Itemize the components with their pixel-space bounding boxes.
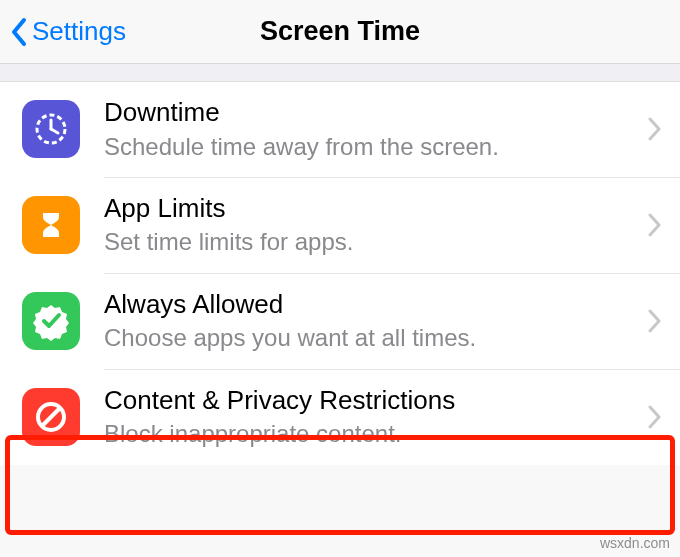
row-subtitle: Set time limits for apps. xyxy=(104,226,640,258)
row-text: App Limits Set time limits for apps. xyxy=(104,192,640,259)
no-sign-icon xyxy=(22,388,80,446)
row-always-allowed[interactable]: Always Allowed Choose apps you want at a… xyxy=(0,274,680,369)
chevron-right-icon xyxy=(648,213,662,237)
navigation-bar: Settings Screen Time xyxy=(0,0,680,64)
checkmark-seal-icon xyxy=(22,292,80,350)
downtime-icon xyxy=(22,100,80,158)
row-title: App Limits xyxy=(104,192,640,225)
row-downtime[interactable]: Downtime Schedule time away from the scr… xyxy=(0,82,680,177)
svg-line-2 xyxy=(51,129,58,133)
row-subtitle: Choose apps you want at all times. xyxy=(104,322,640,354)
row-title: Content & Privacy Restrictions xyxy=(104,384,640,417)
row-text: Always Allowed Choose apps you want at a… xyxy=(104,288,640,355)
row-title: Always Allowed xyxy=(104,288,640,321)
row-content-privacy[interactable]: Content & Privacy Restrictions Block ina… xyxy=(0,370,680,465)
settings-list: Downtime Schedule time away from the scr… xyxy=(0,82,680,465)
chevron-left-icon xyxy=(10,17,28,47)
back-button[interactable]: Settings xyxy=(0,16,126,47)
chevron-right-icon xyxy=(648,117,662,141)
row-text: Downtime Schedule time away from the scr… xyxy=(104,96,640,163)
watermark: wsxdn.com xyxy=(600,535,670,551)
row-text: Content & Privacy Restrictions Block ina… xyxy=(104,384,640,451)
row-subtitle: Block inappropriate content. xyxy=(104,418,640,450)
section-spacer xyxy=(0,64,680,82)
row-subtitle: Schedule time away from the screen. xyxy=(104,131,640,163)
back-label: Settings xyxy=(32,16,126,47)
hourglass-icon xyxy=(22,196,80,254)
chevron-right-icon xyxy=(648,405,662,429)
row-title: Downtime xyxy=(104,96,640,129)
chevron-right-icon xyxy=(648,309,662,333)
row-app-limits[interactable]: App Limits Set time limits for apps. xyxy=(0,178,680,273)
svg-line-4 xyxy=(42,408,60,426)
